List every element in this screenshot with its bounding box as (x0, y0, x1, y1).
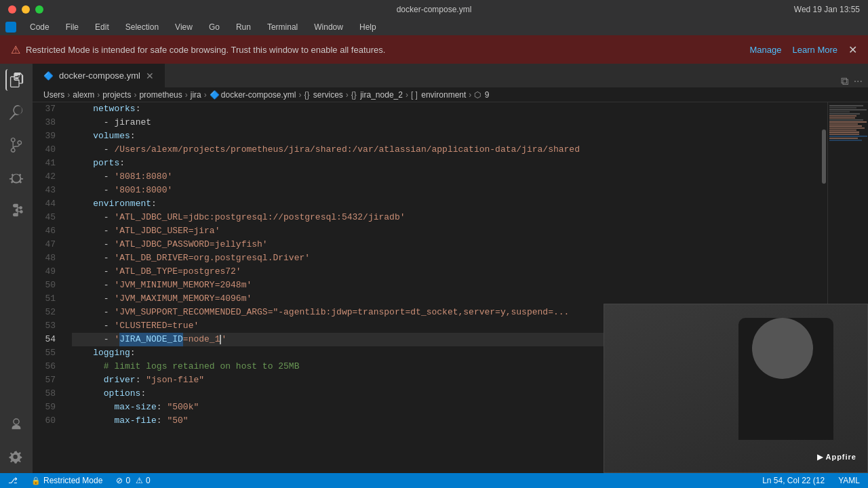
ln-56: 56 (33, 360, 61, 373)
breadcrumb: Users › alexm › projects › prometheus › … (33, 87, 868, 102)
menu-edit[interactable]: Edit (92, 21, 112, 33)
source-control-icon[interactable] (5, 134, 27, 156)
window-controls[interactable] (8, 5, 43, 14)
code-line-45: - 'ATL_JDBC_URL=jdbc:postgresql://postgr… (72, 211, 821, 224)
titlebar-time: Wed 19 Jan 13:55 (794, 5, 860, 14)
ln-38: 38 (33, 116, 61, 129)
more-actions-icon[interactable]: ··· (854, 75, 863, 87)
ln-40: 40 (33, 143, 61, 157)
explorer-icon[interactable] (5, 69, 27, 91)
app-icon (5, 22, 16, 33)
titlebar: docker-compose.yml Wed 19 Jan 13:55 (0, 0, 868, 19)
ln-43: 43 (33, 184, 61, 197)
ln-46: 46 (33, 224, 61, 238)
debug-icon[interactable] (5, 167, 27, 188)
breadcrumb-services[interactable]: {} services (304, 90, 342, 100)
ln-49: 49 (33, 265, 61, 279)
active-tab[interactable]: 🔷 docker-compose.yml ✕ (33, 64, 165, 87)
window-title: docker-compose.yml (397, 5, 472, 14)
code-line-38: - jiranet (72, 116, 821, 129)
status-bar: ⎇ 🔒 Restricted Mode ⊘ 0 ⚠ 0 Ln 54, Col 2… (0, 473, 868, 488)
menu-run[interactable]: Run (233, 21, 254, 33)
warning-icon: ⚠ (136, 476, 143, 485)
yaml-icon: 🔷 (43, 71, 54, 81)
breadcrumb-9[interactable]: ⬡ 9 (474, 90, 489, 100)
search-icon[interactable] (5, 102, 27, 123)
tab-bar: 🔷 docker-compose.yml ✕ ⧉ ··· (33, 64, 868, 87)
menu-selection[interactable]: Selection (123, 21, 161, 33)
close-button[interactable] (8, 5, 16, 14)
maximize-button[interactable] (35, 5, 43, 14)
split-editor-icon[interactable]: ⧉ (841, 75, 848, 87)
menu-view[interactable]: View (172, 21, 195, 33)
activity-bar (0, 64, 33, 473)
banner-close-button[interactable]: ✕ (848, 43, 857, 56)
ln-50: 50 (33, 279, 61, 292)
ln-52: 52 (33, 306, 61, 319)
breadcrumb-users[interactable]: Users (43, 90, 64, 100)
editor-layout-icons[interactable]: ⧉ ··· (841, 75, 868, 87)
code-line-49: - 'ATL_DB_TYPE=postgres72' (72, 265, 821, 279)
extensions-icon[interactable] (5, 199, 27, 221)
ln-60: 60 (33, 414, 61, 428)
appfire-logo: ▶ Appfire (817, 451, 856, 462)
code-line-47: - 'ATL_JDBC_PASSWORD=jellyfish' (72, 238, 821, 251)
language-text: YAML (838, 476, 860, 485)
menu-help[interactable]: Help (357, 21, 379, 33)
git-icon: ⎇ (8, 476, 18, 485)
errors-status[interactable]: ⊘ 0 ⚠ 0 (113, 476, 153, 485)
ln-45: 45 (33, 211, 61, 224)
code-line-42: - '8081:8080' (72, 170, 821, 184)
video-overlay: ▶ Appfire (604, 304, 868, 473)
menu-terminal[interactable]: Terminal (264, 21, 300, 33)
account-icon[interactable] (5, 413, 27, 435)
video-feed: ▶ Appfire (604, 304, 867, 472)
menu-code[interactable]: Code (27, 21, 52, 33)
source-control-status[interactable]: ⎇ (5, 476, 20, 485)
settings-icon[interactable] (5, 446, 27, 468)
line-numbers: 37 38 39 40 41 42 43 44 45 46 47 48 49 5… (33, 102, 66, 473)
error-icon: ⊘ (116, 476, 123, 485)
ln-42: 42 (33, 170, 61, 184)
status-left: ⎇ 🔒 Restricted Mode ⊘ 0 ⚠ 0 (5, 476, 153, 485)
breadcrumb-jira-node-2[interactable]: {} jira_node_2 (351, 90, 403, 100)
code-line-39: volumes: (72, 129, 821, 143)
menu-window[interactable]: Window (311, 21, 346, 33)
code-line-40: - /Users/alexm/projects/prometheus/jira/… (72, 143, 821, 157)
menu-file[interactable]: File (63, 21, 81, 33)
manage-link[interactable]: Manage (750, 45, 782, 55)
learn-more-link[interactable]: Learn More (793, 45, 837, 55)
code-line-44: environment: (72, 197, 821, 211)
breadcrumb-environment[interactable]: [ ] environment (411, 90, 466, 100)
ln-54: 54 (33, 333, 61, 346)
restricted-mode-label: Restricted Mode (43, 476, 102, 485)
code-line-43: - '8001:8000' (72, 184, 821, 197)
menu-go[interactable]: Go (206, 21, 222, 33)
restricted-mode-icon: 🔒 (31, 476, 41, 485)
breadcrumb-prometheus[interactable]: prometheus (139, 90, 182, 100)
tab-close-button[interactable]: ✕ (146, 71, 154, 81)
ln-53: 53 (33, 319, 61, 333)
breadcrumb-alexm[interactable]: alexm (73, 90, 94, 100)
ln-58: 58 (33, 387, 61, 401)
cursor-position[interactable]: Ln 54, Col 22 (12 (760, 476, 827, 485)
position-text: Ln 54, Col 22 (12 (762, 476, 825, 485)
restricted-mode-banner: ⚠ Restricted Mode is intended for safe c… (0, 35, 868, 64)
ln-59: 59 (33, 401, 61, 414)
tab-filename: docker-compose.yml (59, 70, 140, 81)
code-line-41: ports: (72, 157, 821, 170)
breadcrumb-projects[interactable]: projects (102, 90, 131, 100)
code-line-37: networks: (72, 102, 821, 116)
language-mode[interactable]: YAML (835, 476, 863, 485)
code-line-46: - 'ATL_JDBC_USER=jira' (72, 224, 821, 238)
ln-51: 51 (33, 292, 61, 306)
restricted-mode-status[interactable]: 🔒 Restricted Mode (28, 476, 105, 485)
ln-41: 41 (33, 157, 61, 170)
ln-44: 44 (33, 197, 61, 211)
minimize-button[interactable] (22, 5, 30, 14)
ln-37: 37 (33, 102, 61, 116)
warning-icon: ⚠ (11, 43, 20, 56)
scrollbar-thumb[interactable] (822, 129, 826, 184)
breadcrumb-jira[interactable]: jira (191, 90, 201, 100)
breadcrumb-file[interactable]: 🔷docker-compose.yml (210, 90, 296, 100)
